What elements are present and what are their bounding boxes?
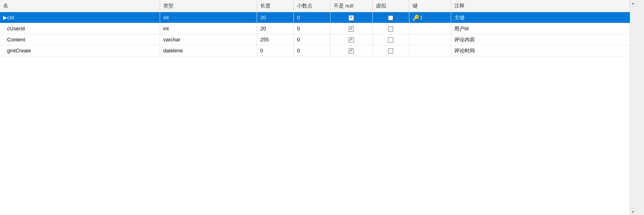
table-header-row: 名 类型 长度 小数点 不是 null 虚拟 键 注释 — [0, 0, 636, 12]
header-notnull[interactable]: 不是 null — [330, 0, 372, 12]
cell-length: 20 — [257, 23, 294, 34]
table-row[interactable]: gmtCreatedatetime00评论时间 — [0, 45, 636, 56]
table-wrapper: 名 类型 长度 小数点 不是 null 虚拟 键 注释 ▶cIdint200🔑1… — [0, 0, 636, 56]
cell-name: Content — [0, 34, 160, 45]
cell-name: gmtCreate — [0, 45, 160, 56]
cell-key — [409, 34, 451, 45]
cell-length: 20 — [257, 12, 294, 23]
header-virtual[interactable]: 虚拟 — [372, 0, 409, 12]
cell-type: datetime — [160, 45, 257, 56]
header-comment[interactable]: 注释 — [451, 0, 636, 12]
cell-name: ▶cId — [0, 12, 160, 23]
scrollbar-down-arrow[interactable]: ▼ — [630, 208, 637, 215]
cell-comment: 用户id — [451, 23, 636, 34]
schema-table: 名 类型 长度 小数点 不是 null 虚拟 键 注释 ▶cIdint200🔑1… — [0, 0, 636, 56]
scrollbar-right[interactable]: ▲ ▼ — [630, 0, 636, 215]
cell-length: 255 — [257, 34, 294, 45]
key-icon: 🔑 — [413, 15, 419, 21]
cell-decimal: 0 — [294, 12, 330, 23]
header-key[interactable]: 键 — [409, 0, 451, 12]
cell-notnull[interactable] — [330, 34, 372, 45]
cell-decimal: 0 — [294, 45, 330, 56]
cell-type: int — [160, 23, 257, 34]
cell-virtual[interactable] — [372, 34, 409, 45]
cell-comment: 主键 — [451, 12, 636, 23]
cell-key — [409, 45, 451, 56]
cell-notnull[interactable] — [330, 45, 372, 56]
table-row[interactable]: ▶cIdint200🔑1主键 — [0, 12, 636, 23]
main-container: 名 类型 长度 小数点 不是 null 虚拟 键 注释 ▶cIdint200🔑1… — [0, 0, 636, 215]
table-row[interactable]: Contentvarchar2550评论内容 — [0, 34, 636, 45]
cell-type: varchar — [160, 34, 257, 45]
cell-type: int — [160, 12, 257, 23]
cell-virtual[interactable] — [372, 12, 409, 23]
cell-name: cUserId — [0, 23, 160, 34]
header-type[interactable]: 类型 — [160, 0, 257, 12]
table-row[interactable]: cUserIdint200用户id — [0, 23, 636, 34]
scrollbar-track[interactable] — [631, 7, 636, 208]
header-length[interactable]: 长度 — [257, 0, 294, 12]
scrollbar-up-arrow[interactable]: ▲ — [630, 0, 637, 7]
cell-virtual[interactable] — [372, 45, 409, 56]
cell-notnull[interactable] — [330, 12, 372, 23]
cell-comment: 评论内容 — [451, 34, 636, 45]
cell-comment: 评论时间 — [451, 45, 636, 56]
cell-key — [409, 23, 451, 34]
cell-notnull[interactable] — [330, 23, 372, 34]
header-decimal[interactable]: 小数点 — [294, 0, 330, 12]
cell-key: 🔑1 — [409, 12, 451, 23]
cell-length: 0 — [257, 45, 294, 56]
cell-decimal: 0 — [294, 34, 330, 45]
header-name[interactable]: 名 — [0, 0, 160, 12]
cell-decimal: 0 — [294, 23, 330, 34]
cell-virtual[interactable] — [372, 23, 409, 34]
